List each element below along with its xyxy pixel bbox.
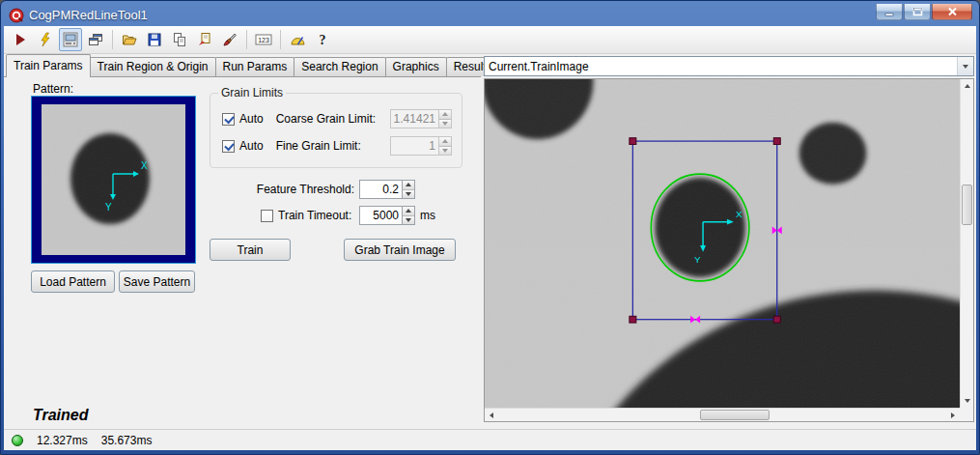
feature-threshold-input[interactable]: 0.2: [359, 180, 402, 199]
minimize-button[interactable]: [876, 4, 903, 20]
vertical-scroll-thumb[interactable]: [962, 185, 972, 225]
total-time: 35.673ms: [101, 434, 153, 447]
coarse-grain-limit-field: 1.41421: [390, 109, 452, 128]
image-controls-icon: [63, 32, 78, 47]
copy-icon: [172, 32, 187, 47]
status-led-icon: [12, 435, 23, 446]
tab-search-region[interactable]: Search Region: [294, 57, 385, 76]
save-pattern-button[interactable]: Save Pattern: [119, 270, 195, 293]
grain-limits-group: Grain Limits Auto Coarse Grain Limit: 1.…: [210, 93, 462, 168]
spinner-up-button: [439, 110, 451, 119]
status-bar: 12.327ms 35.673ms: [4, 429, 976, 450]
image-display: X Y: [484, 78, 974, 422]
result-time: 12.327ms: [37, 434, 88, 447]
toolbar-separator: [246, 30, 247, 49]
train-timeout-label: Train Timeout:: [278, 209, 351, 222]
tab-train-region-origin[interactable]: Train Region & Origin: [90, 57, 216, 76]
trained-status: Trained: [33, 407, 89, 424]
maximize-button[interactable]: [904, 4, 931, 20]
tab-train-params[interactable]: Train Params: [6, 54, 91, 77]
train-timeout-checkbox[interactable]: [261, 210, 273, 222]
train-timeout-field: 5000: [359, 206, 415, 225]
show-image-controls-button[interactable]: [59, 28, 82, 51]
fine-grain-limit-spinner: [438, 136, 452, 156]
protractor-icon: [290, 32, 305, 47]
spinner-up-button[interactable]: [403, 181, 414, 189]
spinner-down-button[interactable]: [403, 215, 414, 225]
spinner-down-button: [439, 146, 451, 156]
run-button[interactable]: [9, 28, 32, 51]
grain-limits-title: Grain Limits: [218, 86, 286, 100]
minimize-icon: [884, 8, 894, 16]
titlebar[interactable]: CogPMRedLineTool1: [4, 1, 976, 26]
spinner-up-button[interactable]: [403, 207, 414, 215]
image-display-panel: Current.TrainImage: [481, 54, 976, 429]
save-button[interactable]: [143, 28, 166, 51]
fine-grain-limit-field: 1: [390, 136, 452, 156]
feature-threshold-field: 0.2: [359, 180, 415, 199]
toolbar: 123 ?: [4, 26, 976, 54]
open-file-button[interactable]: [118, 28, 141, 51]
scroll-left-button[interactable]: [485, 409, 498, 421]
auto-fine-label: Auto: [239, 139, 264, 153]
svg-text:123: 123: [258, 37, 269, 43]
train-timeout-spinner: [402, 206, 415, 225]
app-window: CogPMRedLineTool1: [0, 0, 980, 455]
scrollbar-corner: [960, 408, 973, 421]
lightning-icon: [38, 32, 53, 47]
app-icon: [9, 8, 24, 23]
auto-fine-checkbox[interactable]: [222, 140, 235, 153]
help-button[interactable]: ?: [311, 28, 334, 51]
train-timeout-input[interactable]: 5000: [359, 206, 402, 225]
toolbar-separator: [112, 30, 113, 49]
open-folder-icon: [122, 32, 137, 47]
tabstrip: Train Params Train Region & Origin Run P…: [4, 54, 481, 77]
float-window-button[interactable]: [84, 28, 107, 51]
window-controls: [875, 4, 972, 20]
run-continuous-button[interactable]: [34, 28, 57, 51]
paintbrush-icon: [222, 32, 238, 47]
vertical-scrollbar[interactable]: [960, 79, 973, 408]
numbers-icon: 123: [255, 32, 272, 47]
fine-grain-limit-label: Fine Grain Limit:: [276, 139, 361, 153]
pattern-label: Pattern:: [33, 82, 73, 96]
import-icon: [197, 32, 212, 47]
tab-run-params[interactable]: Run Params: [215, 57, 295, 76]
horizontal-scroll-thumb[interactable]: [700, 410, 770, 420]
feature-threshold-spinner: [402, 180, 415, 199]
copy-results-button[interactable]: [168, 28, 191, 51]
load-pattern-button[interactable]: Load Pattern: [31, 270, 115, 293]
save-icon: [147, 32, 162, 47]
horizontal-scrollbar[interactable]: [485, 408, 960, 421]
show-values-button[interactable]: 123: [252, 28, 275, 51]
image-source-value: Current.TrainImage: [489, 60, 589, 73]
measure-button[interactable]: [286, 28, 309, 51]
train-button[interactable]: Train: [210, 239, 291, 261]
spinner-down-button[interactable]: [403, 189, 414, 199]
close-icon: [947, 7, 958, 16]
vertical-scroll-track[interactable]: [961, 93, 973, 394]
scroll-up-button[interactable]: [961, 79, 973, 93]
scroll-down-button[interactable]: [961, 394, 973, 408]
paintbrush-button[interactable]: [218, 28, 241, 51]
combo-dropdown-icon[interactable]: [957, 57, 973, 75]
image-source-combo[interactable]: Current.TrainImage: [484, 56, 974, 76]
client-area: 123 ? Train Params Train R: [4, 26, 976, 450]
coarse-grain-limit-label: Coarse Grain Limit:: [276, 112, 376, 126]
horizontal-scroll-track[interactable]: [498, 409, 946, 421]
train-image-canvas[interactable]: X Y: [485, 79, 960, 408]
scroll-right-button[interactable]: [946, 409, 960, 421]
svg-text:X: X: [141, 160, 148, 171]
import-image-button[interactable]: [193, 28, 216, 51]
fine-grain-limit-input: 1: [390, 136, 438, 156]
maximize-icon: [912, 7, 923, 16]
tab-graphics[interactable]: Graphics: [385, 57, 447, 76]
grab-train-image-button[interactable]: Grab Train Image: [344, 239, 456, 261]
auto-coarse-checkbox[interactable]: [222, 113, 235, 126]
train-image: X Y: [485, 79, 960, 408]
help-icon: ?: [315, 32, 330, 47]
feature-threshold-label: Feature Threshold:: [257, 183, 354, 196]
svg-text:Y: Y: [105, 202, 112, 213]
run-icon: [13, 32, 28, 47]
close-button[interactable]: [932, 4, 972, 20]
